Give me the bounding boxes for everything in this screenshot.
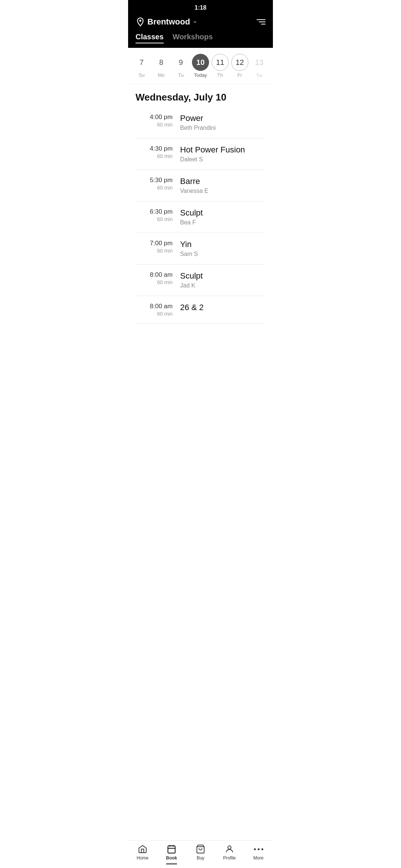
date-item-today[interactable]: 10 Today [192, 54, 209, 78]
class-item[interactable]: 4:30 pm 60 min Hot Power Fusion Daleet S [136, 138, 265, 170]
date-label: Tu [178, 72, 184, 78]
class-time: 5:30 pm 60 min [136, 177, 180, 191]
date-label: Su [138, 72, 144, 78]
class-instructor: Sam S [180, 251, 265, 257]
location-selector[interactable]: Brentwood [136, 17, 198, 27]
date-item-tue[interactable]: 9 Tu [172, 54, 189, 78]
class-time-main: 4:00 pm [136, 114, 173, 121]
date-item-thu[interactable]: 11 Th [212, 54, 229, 78]
header: Brentwood [128, 13, 273, 27]
location-name: Brentwood [147, 17, 190, 27]
class-name: Barre [180, 177, 265, 186]
class-time: 4:30 pm 60 min [136, 145, 180, 159]
class-details: Sculpt Bea F [180, 208, 265, 226]
class-item[interactable]: 4:00 pm 60 min Power Beth Prandini [136, 107, 265, 138]
date-label: Th [217, 72, 223, 78]
class-list: 4:00 pm 60 min Power Beth Prandini 4:30 … [128, 107, 273, 324]
class-instructor: Daleet S [180, 156, 265, 163]
status-time: 1:18 [195, 4, 206, 11]
chevron-down-icon [192, 19, 198, 24]
class-time-main: 8:00 am [136, 271, 173, 279]
date-label: Fr [238, 72, 242, 78]
date-item-mon[interactable]: 8 Mo [153, 54, 170, 78]
class-duration: 60 min [136, 185, 173, 191]
date-item-sat[interactable]: 13 Sa [251, 54, 268, 78]
class-instructor: Jad K [180, 282, 265, 289]
date-label: Mo [158, 72, 164, 78]
class-instructor: Beth Prandini [180, 125, 265, 131]
tab-bar: Classes Workshops [128, 27, 273, 48]
date-label: Sa [257, 72, 263, 78]
date-number: 12 [231, 54, 248, 71]
class-time-main: 4:30 pm [136, 145, 173, 152]
class-duration: 60 min [136, 311, 173, 317]
class-name: Sculpt [180, 271, 265, 281]
class-details: Sculpt Jad K [180, 271, 265, 289]
date-number: 8 [153, 54, 170, 71]
date-item-sun[interactable]: 7 Su [133, 54, 150, 78]
location-pin-icon [136, 17, 145, 27]
class-details: Barre Vanessa E [180, 177, 265, 194]
class-item[interactable]: 8:00 am 60 min 26 & 2 [136, 296, 265, 324]
class-time: 4:00 pm 60 min [136, 114, 180, 128]
date-number: 11 [212, 54, 229, 71]
main-content: 7 Su 8 Mo 9 Tu 10 Today 11 Th 12 Fr 13 S… [128, 48, 273, 357]
class-instructor: Bea F [180, 219, 265, 226]
svg-point-0 [139, 20, 141, 22]
date-label: Today [194, 72, 207, 78]
class-time-main: 5:30 pm [136, 177, 173, 184]
class-duration: 60 min [136, 122, 173, 128]
status-bar: 1:18 [128, 0, 273, 13]
class-time-main: 7:00 pm [136, 240, 173, 247]
class-duration: 60 min [136, 248, 173, 254]
date-number: 13 [251, 54, 268, 71]
class-name: Sculpt [180, 208, 265, 218]
class-item[interactable]: 8:00 am 60 min Sculpt Jad K [136, 264, 265, 296]
date-number: 9 [172, 54, 189, 71]
class-item[interactable]: 7:00 pm 60 min Yin Sam S [136, 233, 265, 264]
class-details: 26 & 2 [180, 303, 265, 314]
class-name: 26 & 2 [180, 303, 265, 312]
class-item[interactable]: 6:30 pm 60 min Sculpt Bea F [136, 201, 265, 233]
class-time-main: 6:30 pm [136, 208, 173, 216]
class-time: 7:00 pm 60 min [136, 240, 180, 254]
date-heading: Wednesday, July 10 [128, 84, 273, 107]
tab-classes[interactable]: Classes [136, 33, 164, 43]
class-duration: 60 min [136, 279, 173, 285]
date-number: 7 [133, 54, 150, 71]
class-details: Yin Sam S [180, 240, 265, 257]
class-duration: 60 min [136, 153, 173, 159]
date-number: 10 [192, 54, 209, 71]
class-name: Power [180, 114, 265, 123]
class-duration: 60 min [136, 216, 173, 222]
class-time: 8:00 am 60 min [136, 271, 180, 285]
tab-workshops[interactable]: Workshops [173, 33, 213, 43]
class-instructor: Vanessa E [180, 188, 265, 194]
class-details: Power Beth Prandini [180, 114, 265, 131]
class-details: Hot Power Fusion Daleet S [180, 145, 265, 163]
class-name: Yin [180, 240, 265, 249]
class-time-main: 8:00 am [136, 303, 173, 310]
date-picker: 7 Su 8 Mo 9 Tu 10 Today 11 Th 12 Fr 13 S… [128, 48, 273, 84]
class-name: Hot Power Fusion [180, 145, 265, 155]
class-time: 8:00 am 60 min [136, 303, 180, 317]
date-item-fri[interactable]: 12 Fr [231, 54, 248, 78]
class-time: 6:30 pm 60 min [136, 208, 180, 222]
class-item[interactable]: 5:30 pm 60 min Barre Vanessa E [136, 170, 265, 201]
filter-button[interactable] [257, 19, 265, 24]
